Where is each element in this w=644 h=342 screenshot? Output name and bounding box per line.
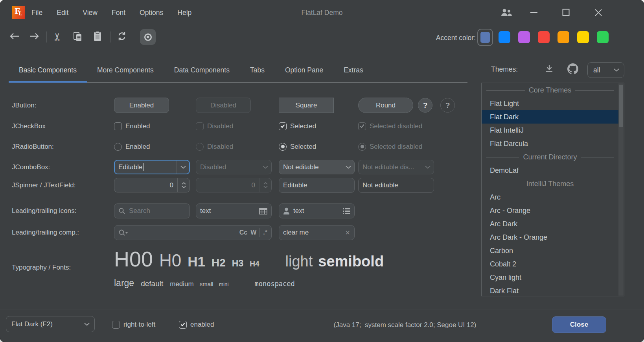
chevron-up-icon [182, 182, 186, 185]
search-field[interactable]: Search [114, 203, 190, 218]
accent-swatch-color [480, 32, 490, 43]
themes-list: Core Themes Flat Light Flat Dark Flat In… [481, 83, 624, 296]
spinner-buttons[interactable] [178, 178, 190, 192]
text-field-table-icon[interactable]: text [196, 203, 272, 218]
textfield-editable[interactable]: Editable [279, 178, 355, 193]
chevron-down-icon [182, 186, 186, 188]
accent-swatch-red[interactable] [538, 31, 550, 43]
toolbar-separator [135, 31, 135, 43]
menu-help[interactable]: Help [170, 9, 199, 17]
regex-button[interactable]: .* [263, 229, 267, 236]
search-icon [118, 207, 125, 214]
radio-selected[interactable]: Selected [279, 140, 316, 153]
accent-swatch-green[interactable] [597, 31, 609, 43]
lookandfeel-combo[interactable]: Flat Dark (F2) [6, 316, 95, 332]
theme-item-dark-flat[interactable]: Dark Flat [482, 284, 618, 296]
theme-group-separator: Core Themes [482, 83, 618, 97]
maximize-button[interactable] [562, 9, 570, 16]
tab-basic-components[interactable]: Basic Components [9, 59, 87, 83]
theme-item-arc[interactable]: Arc [482, 190, 618, 204]
search-dropdown-icon[interactable] [118, 229, 129, 237]
leading-trailing-comp-label: Leading/trailing comp.: [12, 229, 79, 237]
forward-button[interactable] [29, 33, 39, 40]
copy-button[interactable] [73, 31, 83, 42]
theme-item-flat-dark[interactable]: Flat Dark [482, 110, 618, 124]
download-themes-button[interactable] [545, 64, 554, 74]
chevron-down-icon [263, 186, 268, 188]
tab-tabs[interactable]: Tabs [240, 59, 275, 83]
checkbox-checked-icon [179, 321, 187, 329]
paste-button[interactable] [93, 31, 102, 42]
checkbox-checked-icon [358, 122, 366, 130]
accent-swatch-purple[interactable] [518, 31, 530, 43]
close-button[interactable]: Close [552, 316, 606, 333]
theme-item-cobalt-2[interactable]: Cobalt 2 [482, 257, 618, 271]
round-button[interactable]: Round [358, 98, 413, 113]
theme-item-flat-light[interactable]: Flat Light [482, 97, 618, 110]
app-window: F L FlatLaf Demo File Edit View Font Opt… [0, 0, 644, 342]
close-window-button[interactable] [594, 9, 602, 17]
theme-group-separator: IntelliJ Themes [482, 177, 618, 190]
enabled-checkbox[interactable]: enabled [179, 318, 214, 331]
tab-bar: Basic Components More Components Data Co… [9, 59, 467, 83]
menu-font[interactable]: Font [105, 9, 132, 17]
search-field-with-options[interactable]: Cc W .* [114, 225, 272, 240]
menu-view[interactable]: View [75, 9, 105, 17]
clear-me-field[interactable]: clear me ✕ [279, 225, 355, 240]
whole-word-button[interactable]: W [250, 229, 256, 236]
theme-group-separator: Current Directory [482, 150, 618, 164]
tab-data-components[interactable]: Data Components [164, 59, 240, 83]
help-button-outlined[interactable]: ? [440, 98, 455, 113]
tab-extras[interactable]: Extras [333, 59, 374, 83]
accent-color-label: Accent color: [401, 34, 476, 42]
checkbox-disabled: Disabled [196, 120, 233, 133]
themes-filter-combo[interactable]: all [587, 62, 624, 78]
help-button[interactable]: ? [418, 98, 432, 113]
inspect-toggle-button[interactable] [140, 29, 156, 45]
github-icon[interactable] [567, 63, 578, 74]
theme-item-flat-darcula[interactable]: Flat Darcula [482, 137, 618, 150]
clear-icon[interactable]: ✕ [345, 229, 350, 237]
tab-option-pane[interactable]: Option Pane [275, 59, 333, 83]
accent-swatch-yellow[interactable] [577, 31, 589, 43]
refresh-button[interactable] [117, 31, 127, 41]
cut-button[interactable]: ✂ [51, 33, 64, 42]
checkbox-enabled[interactable]: Enabled [114, 120, 150, 133]
theme-item-arc-dark[interactable]: Arc Dark [482, 217, 618, 231]
combobox-not-editable[interactable]: Not editable [279, 160, 355, 174]
tab-more-components[interactable]: More Components [87, 59, 164, 83]
themes-scrollbar[interactable] [618, 83, 624, 296]
checkbox-icon [196, 122, 204, 130]
jbutton-label: JButton: [12, 102, 36, 109]
spinner-enabled[interactable]: 0 [114, 178, 190, 192]
radio-selected-icon [279, 143, 287, 151]
theme-item-cyan-light[interactable]: Cyan light [482, 271, 618, 284]
theme-item-flat-intellij[interactable]: Flat IntelliJ [482, 124, 618, 137]
enabled-button[interactable]: Enabled [114, 98, 169, 113]
eye-icon [144, 33, 152, 41]
combobox-disabled: Disabled [196, 160, 272, 174]
theme-item-arc-orange[interactable]: Arc - Orange [482, 204, 618, 217]
theme-item-arc-dark-orange[interactable]: Arc Dark - Orange [482, 231, 618, 244]
theme-item-demolaf[interactable]: DemoLaf [482, 164, 618, 177]
scrollbar-thumb[interactable] [619, 85, 623, 127]
menu-options[interactable]: Options [132, 9, 170, 17]
menu-edit[interactable]: Edit [50, 9, 75, 17]
users-icon[interactable] [500, 8, 513, 17]
back-button[interactable] [9, 33, 20, 40]
checkbox-icon [114, 122, 122, 130]
radio-enabled[interactable]: Enabled [114, 140, 150, 153]
right-to-left-checkbox[interactable]: right-to-left [112, 318, 155, 331]
accent-swatch-default[interactable] [477, 29, 493, 46]
menubar: File Edit View Font Options Help [24, 0, 199, 25]
square-button[interactable]: Square [279, 98, 334, 113]
accent-swatch-orange[interactable] [558, 31, 569, 43]
accent-swatch-blue[interactable] [499, 31, 510, 43]
match-case-button[interactable]: Cc [239, 229, 247, 236]
minimize-button[interactable] [530, 12, 538, 13]
combobox-editable[interactable]: Editable [114, 160, 190, 174]
theme-item-carbon[interactable]: Carbon [482, 244, 618, 257]
text-field-user-menu[interactable]: text [279, 203, 355, 218]
checkbox-selected[interactable]: Selected [279, 120, 316, 133]
menu-file[interactable]: File [24, 9, 50, 17]
